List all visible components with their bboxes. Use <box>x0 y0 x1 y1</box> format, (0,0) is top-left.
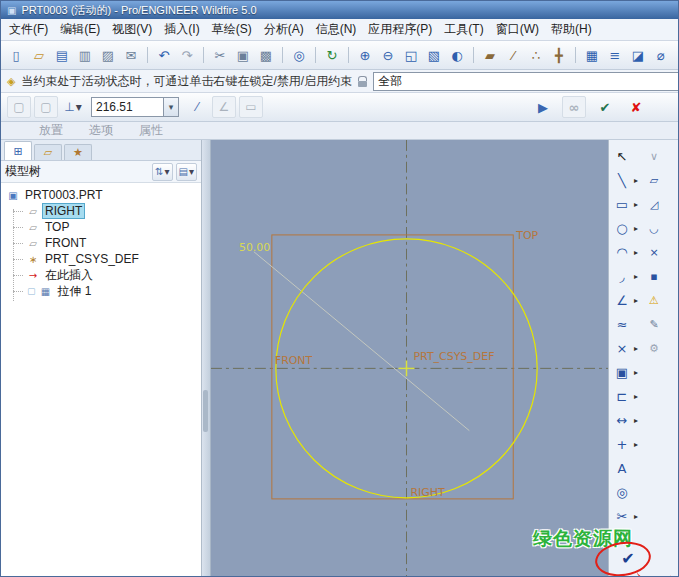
dashboard-tab[interactable]: 选项 <box>89 122 113 139</box>
menu-item[interactable]: 工具(T) <box>438 19 489 40</box>
dashboard-tab[interactable]: 属性 <box>139 122 163 139</box>
settings-gear-icon[interactable]: ⚙ <box>644 338 664 358</box>
select-tool[interactable]: ↖ <box>612 146 632 166</box>
flyout-arrow-icon[interactable]: ▸ <box>632 344 640 353</box>
layers-button[interactable]: ≡ <box>604 43 626 67</box>
tree-item-insert-here[interactable]: → 在此插入 <box>1 267 201 283</box>
send-mail-button[interactable]: ✉ <box>120 43 142 67</box>
panel-splitter[interactable] <box>202 140 211 576</box>
print-button[interactable]: ▥ <box>74 43 96 67</box>
offset-edge-tool[interactable]: ⊏ <box>612 386 632 406</box>
plane-label-top[interactable]: TOP <box>515 229 538 242</box>
menu-item[interactable]: 信息(N) <box>310 19 363 40</box>
flyout-arrow-icon[interactable]: ▸ <box>632 392 640 401</box>
modify-mode-button[interactable]: ▢ ▾ <box>34 96 58 118</box>
cut-button[interactable]: ✂ <box>209 43 231 67</box>
flyout-arrow-icon[interactable]: ▸ <box>632 512 640 521</box>
csys-toggle[interactable]: ╋ <box>548 43 570 67</box>
tree-settings-button[interactable]: ▤ ▾ <box>176 163 197 181</box>
tree-item-top-plane[interactable]: ▱ TOP <box>1 219 201 235</box>
flyout-arrow-icon[interactable]: ▸ <box>632 416 640 425</box>
spline-tool[interactable]: ≈ <box>612 314 632 334</box>
flyout-arrow-icon[interactable]: ▸ <box>632 248 640 257</box>
dimension-value-label[interactable]: 50.00 <box>239 241 270 254</box>
csys-label[interactable]: PRT_CSYS_DEF <box>413 351 494 364</box>
angle-button[interactable]: ∠ ▾ <box>212 96 236 118</box>
redo-button[interactable]: ↷ <box>176 43 198 67</box>
menu-item[interactable]: 编辑(E) <box>54 19 106 40</box>
flyout-arrow-icon[interactable]: ▸ <box>632 296 640 305</box>
menu-item[interactable]: 视图(V) <box>106 19 158 40</box>
use-edge-tool[interactable]: ▣ <box>612 362 632 382</box>
new-file-button[interactable]: ▯ <box>5 43 27 67</box>
line-tool[interactable]: ╲ <box>612 170 632 190</box>
plane-label-front[interactable]: FRONT <box>275 354 313 367</box>
elliptical-fillet-tool[interactable]: ▪ <box>644 266 664 286</box>
text-tool[interactable]: A <box>612 458 632 478</box>
continue-button[interactable]: ▶ <box>531 96 555 118</box>
fillet-tool[interactable]: ◞ <box>612 266 632 286</box>
chamfer-tool[interactable]: ∠ <box>612 290 632 310</box>
paste-button[interactable]: ▩ <box>255 43 277 67</box>
sketch-done-button[interactable]: ✔ <box>617 548 639 568</box>
flyout-arrow-icon[interactable]: ▸ <box>632 224 640 233</box>
refit-button[interactable]: ◱ <box>400 43 422 67</box>
dimension-value-combo[interactable]: 216.51 ▾ <box>91 97 179 117</box>
warning-icon[interactable]: ⚠ <box>644 290 664 310</box>
save-button[interactable]: ▤ <box>51 43 73 67</box>
chevron-down-icon[interactable]: ▾ <box>163 98 178 116</box>
slope-button[interactable]: ⁄ ▾ <box>185 96 209 118</box>
constraint-state-button[interactable]: ⊥ ▾ <box>61 96 85 118</box>
save-a-copy-button[interactable]: ▨ <box>97 43 119 67</box>
copy-button[interactable]: ▣ <box>232 43 254 67</box>
accept-button[interactable]: ✔ <box>593 96 617 118</box>
tree-item-extrude[interactable]: ▢ ▦ 拉伸 1 <box>1 283 201 299</box>
view-manager-button[interactable]: ▦ <box>581 43 603 67</box>
regenerate-button[interactable]: ↻ <box>321 43 343 67</box>
dimension-value-field[interactable]: 216.51 <box>92 98 163 116</box>
tab-folder-browser[interactable]: ▱ <box>34 144 62 160</box>
tree-item-part[interactable]: ▣ PRT0003.PRT <box>1 187 201 203</box>
constraint-filter-combo[interactable]: 全部 ▾ <box>373 72 679 91</box>
tree-item-front-plane[interactable]: ▱ FRONT <box>1 235 201 251</box>
menu-item[interactable]: 窗口(W) <box>490 19 545 40</box>
collapse-handles-icon[interactable]: ∨ <box>644 146 664 166</box>
undo-button[interactable]: ↶ <box>153 43 175 67</box>
arc-tool[interactable]: ◠ <box>612 242 632 262</box>
menu-item[interactable]: 插入(I) <box>158 19 205 40</box>
dashboard-tab[interactable]: 放置 <box>39 122 63 139</box>
search-button[interactable]: ◎ <box>288 43 310 67</box>
menu-item[interactable]: 分析(A) <box>258 19 310 40</box>
circle-tool[interactable]: ○ <box>612 218 632 238</box>
menu-item[interactable]: 帮助(H) <box>545 19 598 40</box>
menu-item[interactable]: 应用程序(P) <box>362 19 438 40</box>
preview-glasses-button[interactable]: ∞ <box>562 96 586 118</box>
trim-tool[interactable]: ✂ <box>612 506 632 526</box>
flyout-arrow-icon[interactable]: ▸ <box>632 272 640 281</box>
flyout-arrow-icon[interactable]: ▸ <box>632 200 640 209</box>
palette-tool[interactable]: ◎ <box>612 482 632 502</box>
open-file-button[interactable]: ▱ <box>28 43 50 67</box>
plane-label-bottom[interactable]: RIGHT <box>410 486 445 499</box>
tree-show-button[interactable]: ⇅ ▾ <box>152 163 172 181</box>
cancel-button[interactable]: ✘ <box>624 96 648 118</box>
rectangle-tool[interactable]: ▭ <box>612 194 632 214</box>
conic-arc-tool[interactable]: ◡ <box>644 218 664 238</box>
app-icon[interactable]: ▣ <box>7 5 16 16</box>
flyout-arrow-icon[interactable]: ▸ <box>632 440 640 449</box>
flyout-arrow-icon[interactable]: ▸ <box>632 176 640 185</box>
display-style-button[interactable]: ◪ <box>627 43 649 67</box>
oblique-rectangle-tool[interactable]: ▱ <box>644 170 664 190</box>
region-button[interactable]: ▭ ▾ <box>239 96 263 118</box>
splitter-handle[interactable] <box>203 390 208 432</box>
tree-item-csys[interactable]: ∗ PRT_CSYS_DEF <box>1 251 201 267</box>
ellipse-tool[interactable]: × <box>644 242 664 262</box>
point-tool[interactable]: × <box>612 338 632 358</box>
tab-favorites[interactable]: ★ <box>64 144 92 160</box>
lock-icon[interactable] <box>358 76 367 87</box>
sketch-canvas[interactable]: 50.00 TOP FRONT PRT_CSYS_DEF RIGHT <box>211 140 608 576</box>
lock-scale-button[interactable]: ▢ ▾ <box>7 96 31 118</box>
slanted-rectangle-tool[interactable]: ◿ <box>644 194 664 214</box>
datum-axis-toggle[interactable]: ⁄ <box>502 43 524 67</box>
tab-model-tree[interactable]: ⊞ <box>4 141 32 160</box>
